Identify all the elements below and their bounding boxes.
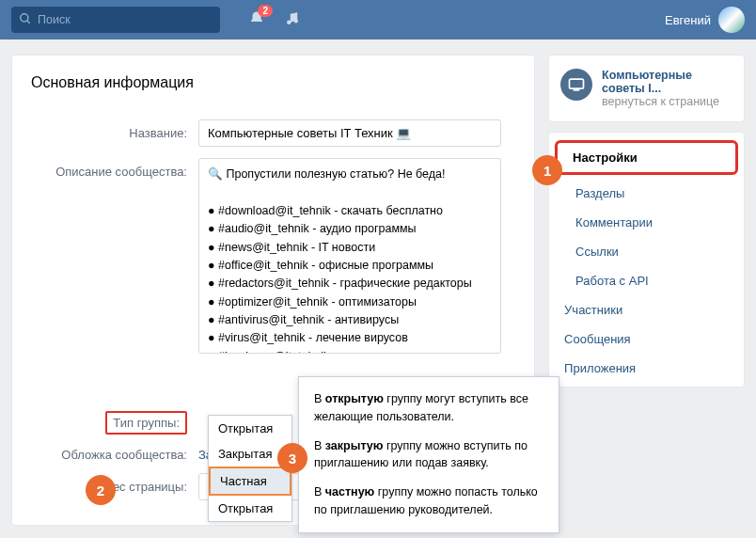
svg-point-2 [287, 20, 291, 24]
search-box[interactable] [11, 7, 220, 33]
community-name-input[interactable] [198, 119, 501, 147]
dropdown-option-open2[interactable]: Открытая [209, 496, 291, 521]
notifications-icon[interactable]: 2 [248, 10, 265, 30]
community-card[interactable]: Компьютерные советы I... вернуться к стр… [548, 55, 745, 122]
menu-item-settings[interactable]: Настройки [558, 143, 735, 172]
user-menu[interactable]: Евгений [665, 7, 745, 33]
menu-item-api[interactable]: Работа с API [549, 266, 744, 295]
community-description-textarea[interactable]: 🔍 Пропустили полезную статью? Не беда! ●… [198, 158, 501, 354]
label-cover: Обложка сообщества: [31, 441, 198, 462]
avatar [718, 7, 745, 33]
svg-line-1 [27, 20, 30, 23]
menu-item-sections[interactable]: Разделы [549, 179, 744, 208]
search-input[interactable] [38, 13, 207, 26]
svg-point-3 [294, 19, 299, 24]
svg-point-0 [21, 13, 28, 21]
music-icon[interactable] [284, 10, 301, 30]
side-menu: Настройки Разделы Комментарии Ссылки Раб… [548, 132, 745, 388]
notification-badge: 2 [258, 5, 273, 17]
group-type-tooltip: В открытую группу могут вступить все жел… [298, 376, 559, 533]
back-link[interactable]: вернуться к странице [602, 95, 732, 108]
dropdown-option-private[interactable]: Частная [209, 467, 291, 496]
label-name: Название: [31, 119, 198, 140]
svg-rect-5 [574, 89, 580, 91]
label-description: Описание сообщества: [31, 158, 198, 179]
top-header: 2 Евгений [0, 0, 756, 40]
username-label: Евгений [665, 13, 711, 27]
menu-item-members[interactable]: Участники [549, 295, 744, 324]
label-group-type: Тип группы: [31, 412, 198, 430]
menu-item-messages[interactable]: Сообщения [549, 324, 744, 354]
menu-item-links[interactable]: Ссылки [549, 237, 744, 266]
menu-item-apps[interactable]: Приложения [549, 354, 744, 383]
callout-marker-1: 1 [532, 155, 562, 185]
callout-marker-3: 3 [277, 443, 307, 473]
search-icon [19, 12, 32, 28]
group-type-dropdown: Открытая Закрытая Частная Открытая [208, 415, 292, 522]
dropdown-option-open[interactable]: Открытая [209, 416, 291, 441]
community-name: Компьютерные советы I... [602, 69, 732, 95]
page-title: Основная информация [12, 74, 534, 114]
callout-marker-2: 2 [86, 475, 116, 505]
menu-item-comments[interactable]: Комментарии [549, 208, 744, 237]
community-thumb-icon [560, 69, 592, 101]
svg-rect-4 [570, 79, 584, 88]
